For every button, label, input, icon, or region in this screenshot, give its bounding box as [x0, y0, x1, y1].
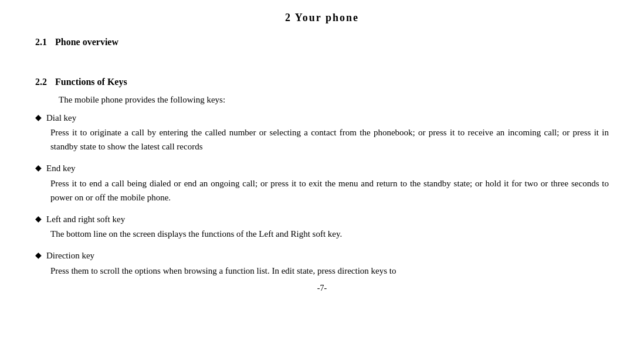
page-footer: -7- [35, 284, 609, 293]
page-title: 2 Your phone [35, 12, 609, 24]
bullet-end-key-row: ◆ End key [35, 162, 609, 175]
bullet-direction-key-label: Direction key [46, 249, 94, 263]
diamond-icon-1: ◆ [35, 113, 42, 122]
bullet-dial-key: ◆ Dial key Press it to originate a call … [35, 111, 609, 154]
section-21-number: 2.1 [35, 37, 47, 47]
bullet-dial-key-desc: Press it to originate a call by entering… [50, 125, 609, 154]
bullet-soft-key-row: ◆ Left and right soft key [35, 213, 609, 226]
section-21-heading: Phone overview [55, 37, 118, 47]
spacer-4 [35, 244, 609, 249]
section-22-intro: The mobile phone provides the following … [59, 93, 609, 107]
bullet-dial-key-label: Dial key [46, 111, 76, 125]
spacer-2 [35, 157, 609, 162]
spacer-1 [35, 53, 609, 77]
diamond-icon-4: ◆ [35, 250, 42, 260]
section-22-header: 2.2 Functions of Keys [35, 77, 609, 91]
diamond-icon-3: ◆ [35, 214, 42, 224]
section-22-heading: Functions of Keys [55, 77, 127, 87]
bullet-direction-key-row: ◆ Direction key [35, 249, 609, 263]
bullet-dial-key-row: ◆ Dial key [35, 111, 609, 125]
bullet-direction-key-desc: Press them to scroll the options when br… [50, 264, 609, 278]
bullet-end-key: ◆ End key Press it to end a call being d… [35, 162, 609, 205]
bullet-soft-key: ◆ Left and right soft key The bottom lin… [35, 213, 609, 241]
bullet-end-key-label: End key [46, 162, 76, 175]
diamond-icon-2: ◆ [35, 163, 42, 173]
bullet-end-key-desc: Press it to end a call being dialed or e… [50, 176, 609, 205]
bullet-soft-key-label: Left and right soft key [46, 213, 125, 226]
spacer-3 [35, 208, 609, 213]
bullet-soft-key-desc: The bottom line on the screen displays t… [50, 227, 609, 241]
section-21-header: 2.1 Phone overview [35, 37, 609, 51]
bullet-direction-key: ◆ Direction key Press them to scroll the… [35, 249, 609, 278]
section-22-number: 2.2 [35, 77, 47, 87]
